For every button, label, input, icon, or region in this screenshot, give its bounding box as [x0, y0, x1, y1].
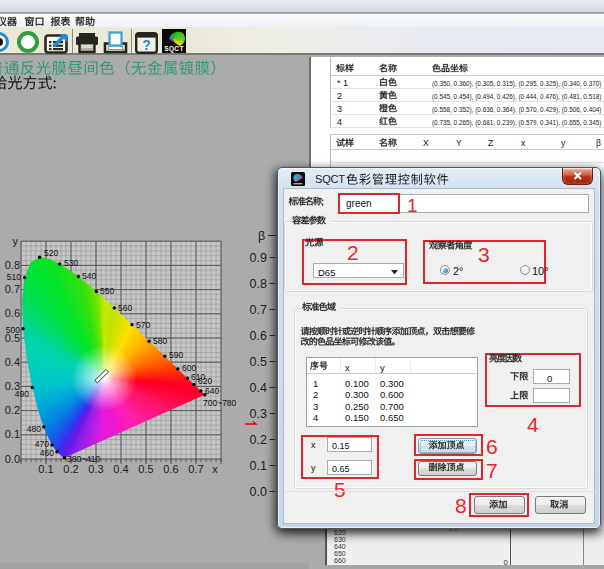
- svg-text:580: 580: [153, 336, 167, 346]
- svg-text:590: 590: [169, 350, 183, 360]
- svg-text:620: 620: [198, 376, 212, 386]
- svg-text:500: 500: [6, 325, 20, 335]
- svg-text:460: 460: [40, 448, 54, 458]
- svg-text:490: 490: [15, 389, 29, 399]
- svg-text:640: 640: [205, 386, 219, 396]
- svg-text:520: 520: [44, 248, 58, 258]
- svg-text:380~410: 380~410: [67, 454, 101, 464]
- svg-text:480: 480: [27, 424, 41, 434]
- svg-text:510: 510: [7, 272, 21, 282]
- svg-text:700~780: 700~780: [203, 398, 237, 408]
- svg-text:570: 570: [136, 320, 150, 330]
- svg-text:550: 550: [100, 286, 114, 296]
- svg-text:540: 540: [82, 271, 96, 281]
- svg-text:560: 560: [118, 303, 132, 313]
- svg-text:530: 530: [64, 258, 78, 268]
